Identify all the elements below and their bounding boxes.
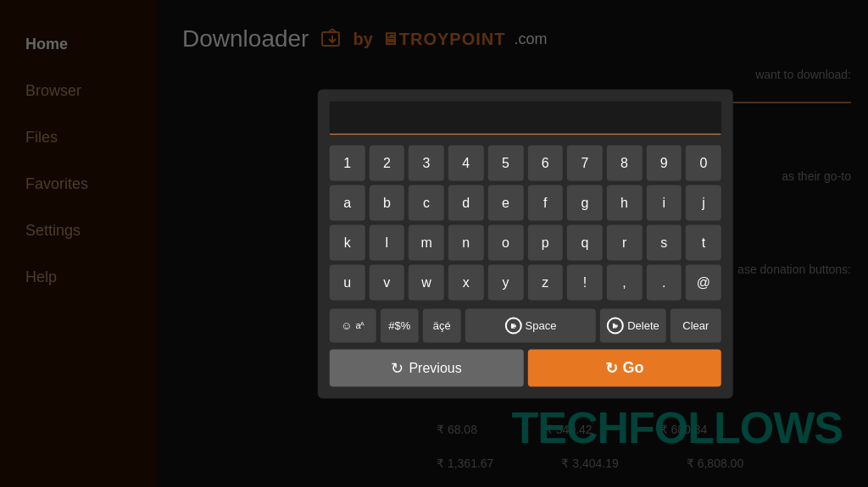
- key-x[interactable]: x: [448, 264, 484, 300]
- key-3[interactable]: 3: [409, 145, 444, 180]
- key-8[interactable]: 8: [607, 145, 643, 180]
- go-label: Go: [623, 359, 644, 377]
- key-c[interactable]: c: [409, 185, 444, 220]
- key-9[interactable]: 9: [646, 145, 682, 180]
- accent-mode-button[interactable]: äçé: [423, 308, 461, 342]
- key-w[interactable]: w: [409, 264, 444, 300]
- delete-label: Delete: [627, 319, 659, 332]
- plus-circle-icon: ⊕: [505, 317, 522, 334]
- alpha-indicator: aᴬ: [355, 320, 364, 331]
- previous-label: Previous: [409, 360, 461, 375]
- key-g[interactable]: g: [567, 185, 603, 220]
- key-n[interactable]: n: [448, 224, 484, 260]
- key-z[interactable]: z: [527, 264, 563, 300]
- key-u[interactable]: u: [330, 264, 365, 300]
- go-button[interactable]: ↻ Go: [527, 349, 721, 386]
- key-f[interactable]: f: [527, 185, 563, 220]
- keyboard-rows: 1 2 3 4 5 6 7 8 9 0 a b c d e f g h i j …: [330, 145, 721, 342]
- key-j[interactable]: j: [686, 185, 721, 220]
- key-p[interactable]: p: [527, 224, 563, 260]
- hash-mode-button[interactable]: #$%: [381, 308, 419, 342]
- key-e[interactable]: e: [488, 185, 524, 220]
- emoji-icon: ☺: [341, 319, 352, 332]
- key-period[interactable]: .: [646, 264, 682, 300]
- key-h[interactable]: h: [607, 185, 643, 220]
- key-exclaim[interactable]: !: [567, 264, 603, 300]
- circle-arrow-delete-icon: ↻: [607, 317, 624, 334]
- circle-arrow-prev-icon: ↻: [391, 358, 403, 377]
- emoji-mode-button[interactable]: ☺ aᴬ: [330, 308, 376, 342]
- alpha-row-3: u v w x y z ! , . @: [330, 264, 721, 300]
- delete-button[interactable]: ↻ Delete: [600, 308, 666, 342]
- clear-button[interactable]: Clear: [670, 308, 721, 342]
- keyboard-modal: 1 2 3 4 5 6 7 8 9 0 a b c d e f g h i j …: [318, 89, 733, 398]
- key-a[interactable]: a: [330, 185, 365, 220]
- key-v[interactable]: v: [369, 264, 404, 300]
- key-m[interactable]: m: [409, 224, 444, 260]
- special-keys-row: ☺ aᴬ #$% äçé ⊕ Space ↻ Delete Clear: [330, 308, 721, 342]
- key-at[interactable]: @: [686, 264, 721, 300]
- alpha-row-1: a b c d e f g h i j: [330, 185, 721, 220]
- key-q[interactable]: q: [567, 224, 603, 260]
- key-i[interactable]: i: [646, 185, 682, 220]
- key-t[interactable]: t: [686, 224, 721, 260]
- key-b[interactable]: b: [369, 185, 404, 220]
- key-r[interactable]: r: [607, 224, 643, 260]
- previous-button[interactable]: ↻ Previous: [330, 349, 524, 386]
- space-label: Space: [526, 319, 557, 332]
- key-s[interactable]: s: [646, 224, 682, 260]
- alpha-row-2: k l m n o p q r s t: [330, 224, 721, 260]
- key-k[interactable]: k: [330, 224, 365, 260]
- key-2[interactable]: 2: [369, 145, 404, 180]
- key-0[interactable]: 0: [686, 145, 721, 180]
- number-row: 1 2 3 4 5 6 7 8 9 0: [330, 145, 721, 180]
- key-7[interactable]: 7: [567, 145, 603, 180]
- key-y[interactable]: y: [488, 264, 524, 300]
- bottom-actions-row: ↻ Previous ↻ Go: [330, 349, 721, 386]
- space-button[interactable]: ⊕ Space: [465, 308, 596, 342]
- circle-arrow-go-icon: ↻: [605, 358, 618, 377]
- accent-label: äçé: [433, 319, 451, 332]
- hash-label: #$%: [388, 319, 410, 332]
- key-5[interactable]: 5: [488, 145, 524, 180]
- key-1[interactable]: 1: [330, 145, 365, 180]
- url-input[interactable]: [330, 101, 721, 135]
- key-o[interactable]: o: [488, 224, 524, 260]
- key-comma[interactable]: ,: [607, 264, 643, 300]
- clear-label: Clear: [682, 319, 709, 332]
- key-6[interactable]: 6: [527, 145, 563, 180]
- key-l[interactable]: l: [369, 224, 404, 260]
- key-4[interactable]: 4: [448, 145, 484, 180]
- key-d[interactable]: d: [448, 185, 484, 220]
